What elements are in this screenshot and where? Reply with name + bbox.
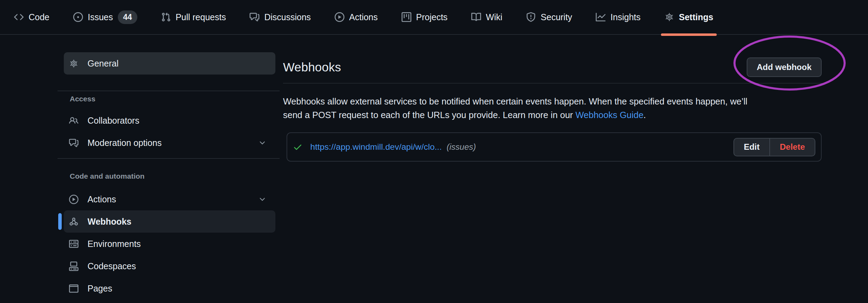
play-icon [69,195,78,204]
code-icon [14,12,24,22]
webhook-events-label: (issues) [447,142,476,152]
sidebar-item-webhooks-label: Webhooks [87,217,131,227]
play-icon [335,12,344,22]
webhooks-guide-link[interactable]: Webhooks Guide [576,110,644,120]
sidebar-item-moderation-options[interactable]: Moderation options [64,132,275,154]
settings-sidebar: General Access Collaborators Moderation … [58,52,275,300]
nav-tab-code-label: Code [29,12,50,22]
browser-icon [69,284,78,293]
discussions-icon [250,12,259,22]
sidebar-item-pages-label: Pages [87,283,112,294]
nav-tab-projects[interactable]: Projects [396,0,453,34]
sidebar-item-collaborators[interactable]: Collaborators [64,109,275,132]
gear-icon [69,59,78,68]
edit-webhook-button[interactable]: Edit [734,139,769,156]
webhooks-description: Webhooks allow external services to be n… [283,95,822,122]
add-webhook-button[interactable]: Add webhook [747,57,822,77]
nav-tab-discussions[interactable]: Discussions [244,0,316,34]
nav-tab-settings-label: Settings [679,12,714,22]
nav-tab-insights[interactable]: Insights [590,0,646,34]
sidebar-item-environments-label: Environments [87,239,141,249]
nav-tab-code[interactable]: Code [8,0,55,34]
sidebar-divider [58,91,280,91]
issues-count-badge: 44 [118,10,137,24]
webhook-url-link[interactable]: https://app.windmill.dev/api/w/clo... [310,142,442,152]
webhook-icon [69,217,78,226]
description-line1: Webhooks allow external services to be n… [283,96,747,106]
sidebar-item-environments[interactable]: Environments [64,233,275,255]
nav-tab-actions[interactable]: Actions [329,0,383,34]
sidebar-item-webhooks[interactable]: Webhooks [64,210,275,233]
page-header: Webhooks Add webhook [283,52,822,84]
chevron-down-icon [258,195,266,203]
check-icon [293,142,303,152]
nav-tab-settings[interactable]: Settings [659,0,719,34]
issue-opened-icon [73,12,83,22]
sidebar-item-moderation-options-label: Moderation options [87,138,162,148]
sidebar-item-pages[interactable]: Pages [64,277,275,300]
sidebar-item-codespaces-label: Codespaces [87,261,136,271]
sidebar-section-code-and-automation: Code and automation [70,172,275,180]
server-icon [69,239,78,249]
nav-tab-pull-requests[interactable]: Pull requests [155,0,232,34]
people-icon [69,116,78,125]
description-period: . [644,110,646,120]
graph-icon [596,12,606,22]
webhook-list-item: https://app.windmill.dev/api/w/clo... (i… [287,132,822,162]
sidebar-section-access: Access [70,95,275,103]
sidebar-item-general-label: General [87,59,119,69]
nav-tab-security-label: Security [541,12,572,22]
sidebar-item-actions[interactable]: Actions [64,188,275,210]
nav-tab-security[interactable]: Security [520,0,578,34]
nav-tab-pull-requests-label: Pull requests [176,12,226,22]
sidebar-item-actions-label: Actions [87,194,116,204]
pull-request-icon [161,12,171,22]
delete-webhook-button[interactable]: Delete [769,139,815,156]
nav-tab-wiki[interactable]: Wiki [466,0,508,34]
sidebar-item-codespaces[interactable]: Codespaces [64,255,275,277]
nav-tab-issues-label: Issues [88,12,113,22]
sidebar-item-general[interactable]: General [64,52,275,75]
webhooks-settings-panel: Webhooks Add webhook Webhooks allow exte… [283,52,822,162]
description-line2: send a POST request to each of the URLs … [283,110,576,120]
nav-tab-wiki-label: Wiki [486,12,502,22]
repo-tab-nav: Code Issues 44 Pull requests Discussions… [0,0,868,35]
nav-tab-projects-label: Projects [416,12,448,22]
codespaces-icon [69,262,78,271]
chevron-down-icon [258,139,266,147]
nav-tab-actions-label: Actions [349,12,378,22]
nav-tab-insights-label: Insights [610,12,640,22]
discussions-icon [69,138,78,148]
sidebar-divider [58,158,280,159]
webhook-actions-group: Edit Delete [733,138,815,156]
sidebar-item-collaborators-label: Collaborators [87,116,139,126]
projects-icon [402,12,411,22]
shield-icon [526,12,536,22]
nav-tab-issues[interactable]: Issues 44 [68,0,143,34]
gear-icon [664,12,674,22]
book-icon [471,12,481,22]
page-title: Webhooks [283,60,341,74]
nav-tab-discussions-label: Discussions [264,12,311,22]
